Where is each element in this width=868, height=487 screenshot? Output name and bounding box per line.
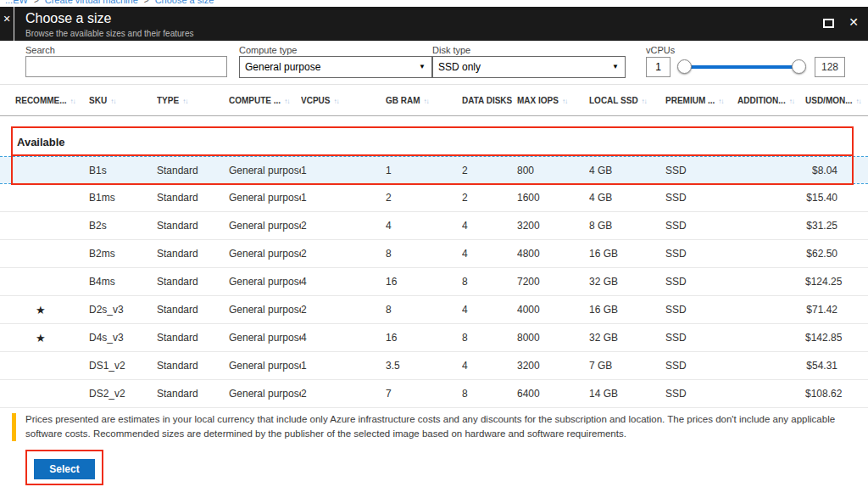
cell-sku: B1ms	[89, 192, 157, 204]
sort-icon: ↑↓	[642, 98, 647, 105]
column-header-usd-month[interactable]: USD/MON...↑↓	[805, 96, 868, 105]
column-header-sku[interactable]: SKU↑↓	[89, 96, 157, 105]
column-header-gb-ram[interactable]: GB RAM↑↓	[386, 96, 462, 105]
cell-max-iops: 3200	[517, 360, 589, 372]
size-row-DS1_v2[interactable]: DS1_v2StandardGeneral purpose13.5432007 …	[0, 352, 868, 380]
breadcrumb: ...EW>Create virtual machine>Choose a si…	[0, 0, 868, 7]
disk-type-dropdown: SSD only ▼	[432, 56, 626, 78]
size-row-D2s_v3[interactable]: ★D2s_v3StandardGeneral purpose284400016 …	[0, 296, 868, 324]
cell-data-disks: 8	[462, 276, 517, 288]
cell-gb-ram: 3.5	[386, 360, 462, 372]
cell-data-disks: 4	[462, 248, 517, 260]
sort-icon: ↑↓	[333, 98, 338, 105]
cell-data-disks: 4	[462, 360, 517, 372]
cell-data-disks: 2	[462, 192, 517, 204]
cell-usd-month: $62.50	[805, 248, 868, 260]
slider-handle-left[interactable]	[677, 59, 692, 74]
cell-sku: B2ms	[89, 248, 157, 260]
cell-type: Standard	[157, 165, 229, 176]
slider-handle-right[interactable]	[792, 59, 806, 74]
cell-vcpus: 1	[301, 165, 386, 176]
column-header-vcpus[interactable]: VCPUS↑↓	[301, 96, 386, 105]
disk-type-select[interactable]: SSD only	[432, 56, 626, 78]
column-header-additional[interactable]: ADDITION...↑↓	[737, 96, 805, 105]
cell-gb-ram: 1	[386, 165, 462, 176]
column-header-compute[interactable]: COMPUTE ...↑↓	[229, 96, 301, 105]
blade-close-icon[interactable]: ✕	[0, 7, 14, 41]
cell-sku: D4s_v3	[89, 332, 157, 344]
column-header-data-disks[interactable]: DATA DISKS↑↓	[462, 96, 517, 105]
vcpus-label: vCPUs	[646, 45, 675, 55]
cell-sku: B1s	[89, 165, 157, 176]
cell-gb-ram: 4	[386, 220, 462, 232]
cell-usd-month: $124.25	[805, 276, 868, 288]
search-label: Search	[25, 45, 55, 55]
maximize-icon[interactable]	[823, 19, 834, 28]
cell-data-disks: 4	[462, 220, 517, 232]
sort-icon: ↑↓	[70, 98, 75, 105]
close-icon[interactable]: ✕	[849, 15, 859, 29]
sort-icon: ↑↓	[718, 98, 723, 105]
cell-max-iops: 4000	[517, 304, 589, 316]
cell-max-iops: 8000	[517, 332, 589, 344]
cell-data-disks: 8	[462, 332, 517, 344]
cell-vcpus: 4	[301, 276, 386, 288]
vcpu-slider[interactable]	[677, 57, 806, 77]
slider-track	[684, 65, 799, 69]
select-button[interactable]: Select	[34, 459, 95, 479]
cell-premium: SSD	[665, 276, 737, 288]
size-row-B4ms[interactable]: B4msStandardGeneral purpose4168720032 GB…	[0, 268, 868, 296]
cell-usd-month: $71.42	[805, 304, 868, 316]
cell-local-ssd: 16 GB	[589, 304, 665, 316]
cell-vcpus: 2	[301, 220, 386, 232]
cell-sku: B4ms	[89, 276, 157, 288]
column-label: ADDITION...	[737, 96, 786, 105]
cell-gb-ram: 7	[386, 388, 462, 400]
sort-icon: ↑↓	[562, 98, 567, 105]
size-table: Available B1sStandardGeneral purpose1128…	[0, 128, 868, 408]
cell-premium: SSD	[665, 248, 737, 260]
breadcrumb-separator: >	[144, 0, 149, 5]
cell-type: Standard	[157, 360, 229, 372]
vcpu-min-input[interactable]	[646, 57, 670, 77]
column-label: LOCAL SSD	[589, 96, 638, 105]
cell-type: Standard	[157, 276, 229, 288]
cell-compute: General purpose	[229, 360, 301, 372]
cell-compute: General purpose	[229, 248, 301, 260]
cell-vcpus: 4	[301, 332, 386, 344]
cell-compute: General purpose	[229, 388, 301, 400]
size-row-B1ms[interactable]: B1msStandardGeneral purpose12216004 GBSS…	[0, 184, 868, 212]
column-header-recommended[interactable]: RECOMME...↑↓	[0, 96, 89, 105]
cell-gb-ram: 16	[386, 276, 462, 288]
column-header-max-iops[interactable]: MAX IOPS↑↓	[517, 96, 589, 105]
cell-premium: SSD	[665, 360, 737, 372]
cell-max-iops: 1600	[517, 192, 589, 204]
cell-max-iops: 4800	[517, 248, 589, 260]
column-header-premium[interactable]: PREMIUM ...↑↓	[665, 96, 737, 105]
cell-data-disks: 8	[462, 388, 517, 400]
compute-type-select[interactable]: General purpose	[239, 56, 432, 78]
cell-usd-month: $54.31	[805, 360, 868, 372]
cell-premium: SSD	[665, 304, 737, 316]
size-row-B2s[interactable]: B2sStandardGeneral purpose24432008 GBSSD…	[0, 212, 868, 240]
breadcrumb-separator: >	[34, 0, 39, 5]
cell-sku: D2s_v3	[89, 304, 157, 316]
size-row-D4s_v3[interactable]: ★D4s_v3StandardGeneral purpose4168800032…	[0, 324, 868, 352]
cell-compute: General purpose	[229, 192, 301, 204]
cell-vcpus: 1	[301, 192, 386, 204]
column-header-type[interactable]: TYPE↑↓	[157, 96, 229, 105]
column-header-local-ssd[interactable]: LOCAL SSD↑↓	[589, 96, 665, 105]
column-label: COMPUTE ...	[229, 96, 281, 105]
size-row-B1s[interactable]: B1sStandardGeneral purpose1128004 GBSSD$…	[0, 156, 868, 184]
cell-vcpus: 2	[301, 248, 386, 260]
cell-recommended: ★	[0, 332, 89, 344]
sort-icon: ↑↓	[789, 98, 794, 105]
breadcrumb-item[interactable]: Create virtual machine	[45, 0, 138, 5]
breadcrumb-item[interactable]: Choose a size	[155, 0, 214, 5]
size-row-DS2_v2[interactable]: DS2_v2StandardGeneral purpose278640014 G…	[0, 380, 868, 408]
breadcrumb-item[interactable]: ...EW	[5, 0, 28, 5]
size-table-body: B1sStandardGeneral purpose1128004 GBSSD$…	[0, 156, 868, 408]
size-row-B2ms[interactable]: B2msStandardGeneral purpose284480016 GBS…	[0, 240, 868, 268]
search-input[interactable]	[25, 56, 227, 77]
filter-bar: Search Compute type Disk type vCPUs Gene…	[0, 41, 868, 85]
